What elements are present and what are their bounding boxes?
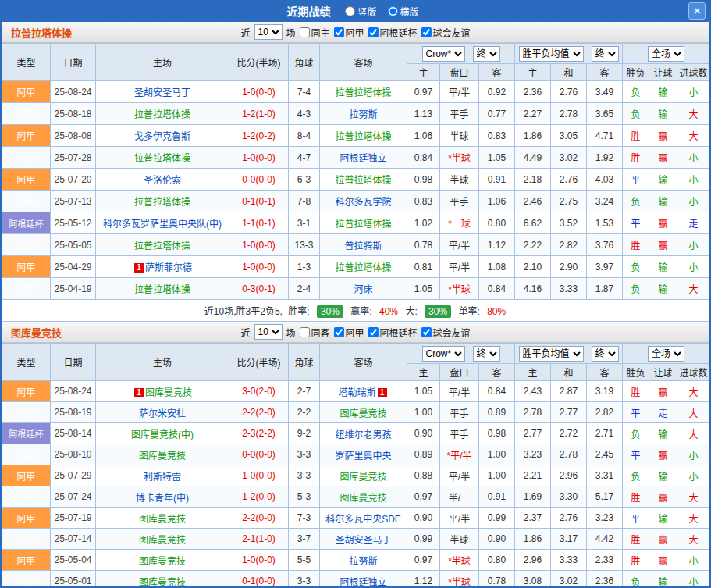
corner-count: 6-3 <box>289 169 320 191</box>
league-filter-primary[interactable]: 阿甲 <box>334 326 364 339</box>
layout-horizontal-radio[interactable] <box>388 6 398 16</box>
away-team-link[interactable]: 普拉腾斯 <box>344 241 382 251</box>
away-team-link[interactable]: 拉普拉塔体操 <box>335 87 391 98</box>
match-score: 0-0(0-0) <box>229 169 289 191</box>
odds-provider-select[interactable]: Crow* <box>422 346 465 362</box>
league-friendly-checkbox[interactable] <box>421 327 432 337</box>
away-team-cell: 图库曼竞技 <box>320 486 407 508</box>
corner-count: 8-4 <box>289 125 320 147</box>
away-team-link[interactable]: 阿根廷独立 <box>340 577 386 588</box>
layout-option-vertical[interactable]: 竖版 <box>345 5 376 18</box>
league-filter-cup[interactable]: 阿根廷杯 <box>368 326 418 339</box>
match-date: 25-08-14 <box>51 423 96 444</box>
result-goals: 小 <box>677 191 710 212</box>
league-primary-checkbox[interactable] <box>334 327 344 337</box>
layout-option-horizontal[interactable]: 横版 <box>388 5 419 18</box>
away-team-link[interactable]: 拉努斯 <box>349 556 377 567</box>
home-team-link[interactable]: 博卡青年(中) <box>136 493 189 504</box>
mean-time-select[interactable]: 终 <box>592 46 619 62</box>
close-button[interactable]: × <box>688 2 706 20</box>
home-team-link[interactable]: 圣洛伦索 <box>144 175 181 186</box>
home-team-link[interactable]: 拉普拉塔体操 <box>134 284 190 295</box>
same-venue-checkbox[interactable] <box>299 327 309 337</box>
home-team-link[interactable]: 图库曼竞技 <box>139 577 186 588</box>
mean-home: 6.62 <box>515 212 551 234</box>
home-team-link[interactable]: 拉普拉塔体操 <box>134 241 190 251</box>
win-rate-label: 胜率: <box>288 306 309 317</box>
match-score: 2-2(2-0) <box>229 402 289 423</box>
home-team-link[interactable]: 圣胡安圣马丁 <box>134 87 190 98</box>
away-team-link[interactable]: 拉普拉塔体操 <box>335 131 391 142</box>
mean-time-select[interactable]: 终 <box>592 346 619 362</box>
match-count-select[interactable]: 10 <box>254 24 282 40</box>
away-team-link[interactable]: 拉普拉塔体操 <box>335 175 391 186</box>
home-team-link[interactable]: 图库曼竞技 <box>139 514 186 525</box>
home-team-link[interactable]: 图库曼竞技 <box>145 387 192 398</box>
home-team-link[interactable]: 戈多伊克鲁斯 <box>134 131 190 142</box>
mean-home: 2.96 <box>515 550 551 571</box>
same-venue-filter[interactable]: 同主 <box>299 26 329 39</box>
same-venue-checkbox[interactable] <box>299 27 309 37</box>
league-friendly-checkbox[interactable] <box>421 27 432 37</box>
league-filter-friendly[interactable]: 球会友谊 <box>421 326 471 339</box>
home-team-link[interactable]: 图库曼竞技 <box>139 451 186 461</box>
match-row: 阿根廷杯25-05-12科尔多瓦罗萨里奥中央队(中)1-1(0-1)3-1拉普拉… <box>2 212 710 234</box>
home-team-link[interactable]: 图库曼竞技 <box>139 556 186 567</box>
mean-draw: 2.76 <box>551 81 587 103</box>
fullmatch-select[interactable]: 全场 <box>648 346 684 362</box>
home-team-link[interactable]: 拉普拉塔体操 <box>134 153 190 164</box>
away-team-link[interactable]: 河床 <box>354 284 372 295</box>
odds-time-select[interactable]: 终 <box>473 46 500 62</box>
home-team-link[interactable]: 萨尔米安杜 <box>139 408 186 419</box>
away-team-link[interactable]: 圣胡安圣马丁 <box>335 535 391 546</box>
result-goals: 小 <box>677 234 710 256</box>
away-team-link[interactable]: 拉普拉塔体操 <box>335 262 391 273</box>
home-team-link[interactable]: 图库曼竞技 <box>139 535 186 546</box>
match-date: 25-08-24 <box>51 81 96 103</box>
league-primary-checkbox[interactable] <box>334 27 344 37</box>
mean-home: 2.27 <box>515 103 551 125</box>
away-team-link[interactable]: 拉普拉塔体操 <box>335 219 391 230</box>
single-rate-value: 80% <box>487 306 506 317</box>
odds-provider-select[interactable]: Crow* <box>422 46 465 62</box>
mean-odds-select[interactable]: 胜平负均值 <box>519 46 584 62</box>
col-type: 类型 <box>2 44 51 81</box>
col-corner: 角球 <box>289 44 320 81</box>
away-team-link[interactable]: 图库曼竞技 <box>340 472 386 483</box>
result-goals: 小 <box>677 571 710 588</box>
away-team-link[interactable]: 纽维尔老男孩 <box>335 429 391 440</box>
odds-home: 0.78 <box>407 234 440 256</box>
away-team-link[interactable]: 阿根廷独立 <box>340 153 386 164</box>
away-team-link[interactable]: 拉努斯 <box>349 109 377 120</box>
home-team-link[interactable]: 图库曼竞技(中) <box>131 429 194 440</box>
away-team-link[interactable]: 塔勒瑞斯 <box>338 387 375 398</box>
away-team-link[interactable]: 图库曼竞技 <box>340 408 386 419</box>
home-team-link[interactable]: 拉普拉塔体操 <box>134 109 190 120</box>
match-row: 阿甲25-05-01图库曼竞技0-1(0-0)3-3阿根廷独立1.12*半球0.… <box>2 571 710 588</box>
away-team-link[interactable]: 科尔多瓦中央SDE <box>325 514 401 525</box>
league-filter-cup[interactable]: 阿根廷杯 <box>368 26 418 39</box>
league-cup-checkbox[interactable] <box>368 327 379 337</box>
mean-away: 4.03 <box>587 169 623 191</box>
league-cup-checkbox[interactable] <box>368 27 379 37</box>
odds-home: 0.89 <box>407 444 440 465</box>
match-date: 25-05-12 <box>51 212 96 234</box>
match-score: 1-0(0-0) <box>229 256 289 278</box>
home-team-link[interactable]: 利斯特雷 <box>144 472 181 483</box>
mean-odds-select[interactable]: 胜平负均值 <box>519 346 584 362</box>
home-team-cell: 拉普拉塔体操 <box>96 147 229 169</box>
home-team-link[interactable]: 科尔多瓦罗萨里奥中央队(中) <box>103 219 222 230</box>
home-team-link[interactable]: 萨斯菲尔德 <box>145 262 192 273</box>
league-filter-friendly[interactable]: 球会友谊 <box>421 26 471 39</box>
away-team-cell: 拉普拉塔体操 <box>320 81 407 103</box>
league-filter-primary[interactable]: 阿甲 <box>334 26 364 39</box>
away-team-link[interactable]: 科尔多瓦学院 <box>335 197 391 208</box>
away-team-link[interactable]: 图库曼竞技 <box>340 493 386 504</box>
match-count-select[interactable]: 10 <box>254 324 282 340</box>
same-venue-filter[interactable]: 同客 <box>299 326 329 339</box>
fullmatch-select[interactable]: 全场 <box>648 46 684 62</box>
home-team-link[interactable]: 拉普拉塔体操 <box>134 197 190 208</box>
away-team-link[interactable]: 罗萨里奥中央 <box>335 451 391 461</box>
odds-time-select[interactable]: 终 <box>473 346 500 362</box>
layout-vertical-radio[interactable] <box>345 6 355 16</box>
